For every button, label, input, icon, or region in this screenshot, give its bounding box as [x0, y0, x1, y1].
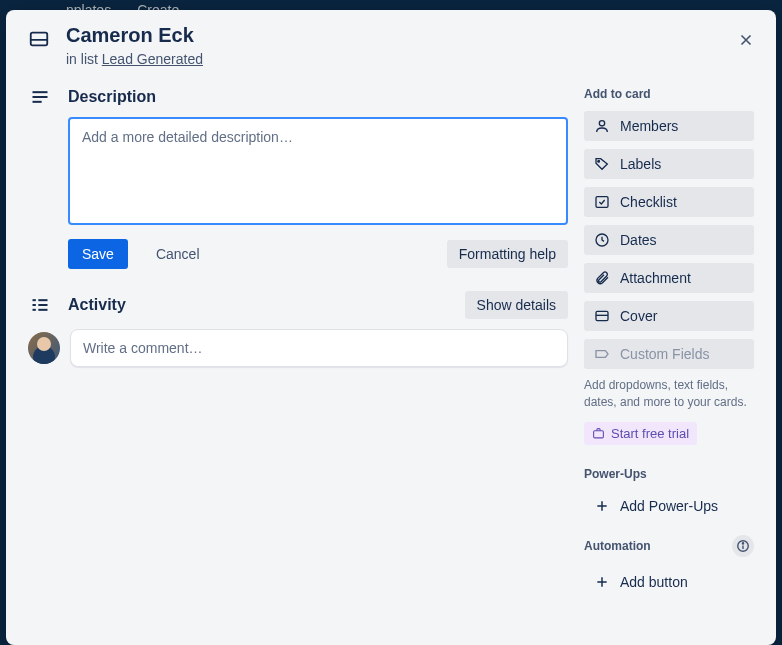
attachment-button[interactable]: Attachment [584, 263, 754, 293]
close-icon [737, 31, 755, 49]
svg-rect-10 [38, 309, 47, 311]
add-to-card-heading: Add to card [584, 87, 754, 101]
svg-point-12 [598, 160, 600, 162]
plus-icon [594, 574, 610, 590]
avatar[interactable] [28, 332, 60, 364]
svg-rect-8 [38, 304, 47, 306]
custom-fields-button[interactable]: Custom Fields [584, 339, 754, 369]
cover-icon [594, 308, 610, 324]
cover-button[interactable]: Cover [584, 301, 754, 331]
card-title[interactable]: Cameron Eck [66, 24, 203, 47]
comment-input[interactable]: Write a comment… [70, 329, 568, 367]
svg-rect-4 [33, 101, 42, 103]
checklist-icon [594, 194, 610, 210]
labels-button[interactable]: Labels [584, 149, 754, 179]
show-details-button[interactable]: Show details [465, 291, 568, 319]
cancel-button[interactable]: Cancel [142, 239, 214, 269]
svg-point-20 [742, 543, 743, 544]
plus-icon [594, 498, 610, 514]
briefcase-icon [592, 427, 605, 440]
description-title: Description [68, 88, 156, 106]
card-icon [28, 28, 50, 54]
description-input[interactable] [68, 117, 568, 225]
svg-rect-13 [596, 197, 608, 208]
automation-heading: Automation [584, 539, 651, 553]
add-power-ups-button[interactable]: Add Power-Ups [584, 491, 754, 521]
custom-fields-icon [594, 346, 610, 362]
svg-rect-2 [33, 91, 48, 93]
labels-icon [594, 156, 610, 172]
automation-info-button[interactable] [732, 535, 754, 557]
members-button[interactable]: Members [584, 111, 754, 141]
svg-rect-9 [33, 309, 36, 311]
custom-fields-note: Add dropdowns, text fields, dates, and m… [584, 377, 754, 412]
card-dialog: Cameron Eck in list Lead Generated Descr… [6, 10, 776, 645]
save-button[interactable]: Save [68, 239, 128, 269]
svg-rect-5 [33, 299, 36, 301]
attachment-icon [594, 270, 610, 286]
svg-rect-17 [594, 431, 604, 438]
svg-rect-7 [33, 304, 36, 306]
dates-button[interactable]: Dates [584, 225, 754, 255]
card-subline: in list Lead Generated [66, 51, 203, 67]
start-free-trial-button[interactable]: Start free trial [584, 422, 697, 445]
info-icon [736, 539, 750, 553]
svg-point-11 [599, 121, 604, 126]
svg-rect-3 [33, 96, 48, 98]
activity-title: Activity [68, 296, 126, 314]
add-automation-button[interactable]: Add button [584, 567, 754, 597]
checklist-button[interactable]: Checklist [584, 187, 754, 217]
dates-icon [594, 232, 610, 248]
close-button[interactable] [730, 24, 762, 56]
power-ups-heading: Power-Ups [584, 467, 754, 481]
formatting-help-button[interactable]: Formatting help [447, 240, 568, 268]
list-link[interactable]: Lead Generated [102, 51, 203, 67]
activity-icon [28, 295, 52, 315]
svg-rect-6 [38, 299, 47, 301]
description-icon [28, 87, 52, 107]
members-icon [594, 118, 610, 134]
